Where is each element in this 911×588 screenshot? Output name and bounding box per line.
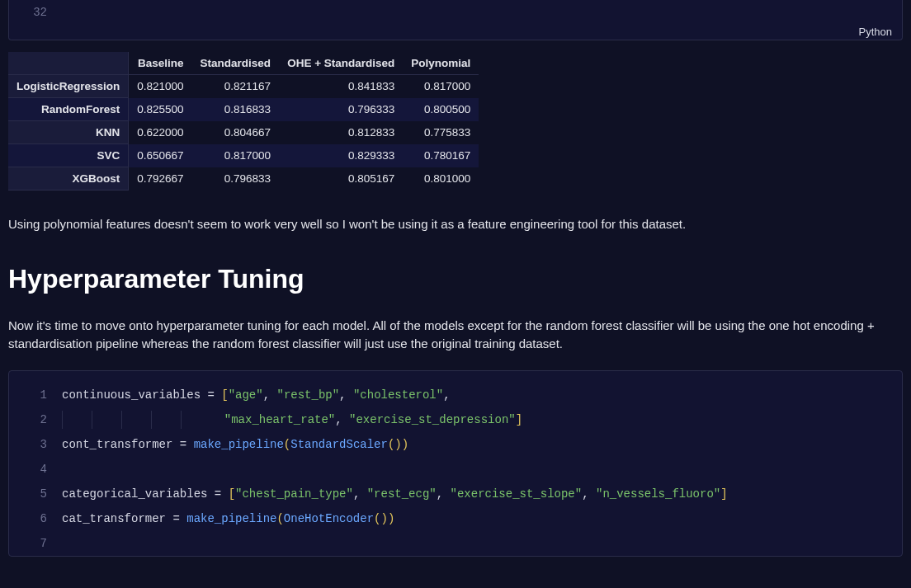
code-line: 7 [9, 531, 902, 556]
markdown-cell: Using polynomial features doesn't seem t… [8, 215, 903, 354]
table-cell: 0.825500 [129, 98, 192, 121]
code-content: cont_transformer = make_pipeline(Standar… [62, 432, 408, 457]
line-number: 3 [9, 432, 62, 457]
table-cell: 0.801000 [403, 167, 479, 191]
markdown-paragraph: Using polynomial features doesn't seem t… [8, 215, 903, 234]
table-cell: 0.796833 [192, 167, 280, 191]
column-header: Polynomial [403, 52, 479, 75]
table-row: LogisticRegression0.8210000.8211670.8418… [8, 75, 479, 98]
row-index: LogisticRegression [8, 75, 129, 98]
line-number: 6 [9, 506, 62, 531]
column-header: Standardised [192, 52, 280, 75]
table-row: XGBoost0.7926670.7968330.8051670.801000 [8, 167, 479, 191]
code-lines-top: 32 [9, 0, 902, 25]
code-content: categorical_variables = ["chest_pain_typ… [62, 482, 728, 506]
line-number: 7 [9, 531, 62, 556]
table-cell: 0.841833 [279, 75, 403, 98]
table-cell: 0.812833 [279, 121, 403, 144]
line-number: 5 [9, 482, 62, 506]
code-cell-top[interactable]: 32 Python [8, 0, 903, 40]
markdown-paragraph: Now it's time to move onto hyperparamete… [8, 317, 903, 354]
row-index: KNN [8, 121, 129, 144]
code-line: 3cont_transformer = make_pipeline(Standa… [9, 432, 902, 457]
code-line: 6cat_transformer = make_pipeline(OneHotE… [9, 506, 902, 531]
table-cell: 0.805167 [279, 167, 403, 191]
row-index: RandomForest [8, 98, 129, 121]
results-table: BaselineStandardisedOHE + StandardisedPo… [8, 52, 479, 191]
table-cell: 0.821167 [192, 75, 280, 98]
code-line: 1continuous_variables = ["age", "rest_bp… [9, 383, 902, 407]
table-cell: 0.792667 [129, 167, 192, 191]
code-line: 4 [9, 457, 902, 482]
table-cell: 0.775833 [403, 121, 479, 144]
table-row: RandomForest0.8255000.8168330.7963330.80… [8, 98, 479, 121]
line-number: 1 [9, 383, 62, 407]
code-lines-bottom: 1continuous_variables = ["age", "rest_bp… [9, 383, 902, 556]
table-cell: 0.821000 [129, 75, 192, 98]
table-cell: 0.622000 [129, 121, 192, 144]
code-content: cat_transformer = make_pipeline(OneHotEn… [62, 506, 394, 531]
column-header: Baseline [129, 52, 192, 75]
row-index: SVC [8, 144, 129, 167]
table-row: SVC0.6506670.8170000.8293330.780167 [8, 144, 479, 167]
table-corner-cell [8, 52, 129, 75]
code-line: 32 [9, 0, 902, 25]
table-cell: 0.800500 [403, 98, 479, 121]
table-cell: 0.796333 [279, 98, 403, 121]
column-header: OHE + Standardised [279, 52, 403, 75]
code-line: 5categorical_variables = ["chest_pain_ty… [9, 482, 902, 506]
dataframe-output: BaselineStandardisedOHE + StandardisedPo… [8, 52, 911, 191]
table-cell: 0.816833 [192, 98, 280, 121]
code-cell-bottom[interactable]: 1continuous_variables = ["age", "rest_bp… [8, 370, 903, 557]
table-cell: 0.650667 [129, 144, 192, 167]
line-number: 32 [9, 0, 62, 25]
code-content: "max_heart_rate", "exercise_st_depressio… [62, 407, 522, 432]
line-number: 4 [9, 457, 62, 482]
cell-language-label: Python [859, 26, 892, 38]
table-cell: 0.829333 [279, 144, 403, 167]
table-row: KNN0.6220000.8046670.8128330.775833 [8, 121, 479, 144]
table-cell: 0.780167 [403, 144, 479, 167]
code-content: continuous_variables = ["age", "rest_bp"… [62, 383, 451, 407]
table-cell: 0.817000 [192, 144, 280, 167]
table-cell: 0.804667 [192, 121, 280, 144]
table-cell: 0.817000 [403, 75, 479, 98]
section-heading: Hyperparameter Tuning [8, 259, 903, 299]
row-index: XGBoost [8, 167, 129, 191]
code-line: 2 "max_heart_rate", "exercise_st_depress… [9, 407, 902, 432]
table-header-row: BaselineStandardisedOHE + StandardisedPo… [8, 52, 479, 75]
line-number: 2 [9, 407, 62, 432]
